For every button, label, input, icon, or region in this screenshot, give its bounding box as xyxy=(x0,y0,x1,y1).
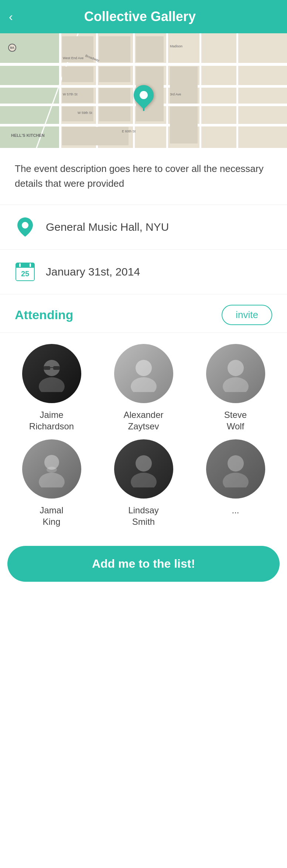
date-row: 25 January 31st, 2014 xyxy=(0,250,287,294)
attending-label: Attending xyxy=(15,308,74,322)
description-text: The event description goes here to cover… xyxy=(15,161,272,191)
svg-rect-3 xyxy=(44,366,50,370)
map-pin xyxy=(134,85,154,111)
attendee-name: JamalKing xyxy=(40,504,63,527)
avatar xyxy=(206,344,265,403)
svg-point-7 xyxy=(131,377,157,392)
attending-header: Attending invite xyxy=(0,294,287,333)
svg-point-16 xyxy=(223,473,249,487)
svg-point-12 xyxy=(47,467,57,473)
date-text: January 31st, 2014 xyxy=(46,266,140,278)
neighborhood-label: HELL'S KITCHEN xyxy=(11,133,45,138)
attendee-name: AlexanderZaytsev xyxy=(123,409,163,432)
svg-point-15 xyxy=(228,455,244,472)
list-item[interactable]: AlexanderZaytsev xyxy=(99,344,188,432)
list-item[interactable]: LindsaySmith xyxy=(99,439,188,527)
add-me-button[interactable]: Add me to the list! xyxy=(7,546,280,582)
street-label: West End Ave xyxy=(63,56,83,60)
attendee-name: SteveWolf xyxy=(224,409,247,432)
location-text: General Music Hall, NYU xyxy=(46,221,169,233)
attendees-grid: JaimeRichardson AlexanderZaytsev SteveWo… xyxy=(0,333,287,539)
avatar xyxy=(206,439,265,499)
svg-point-0 xyxy=(22,222,28,229)
map-section: West End Ave Broadway W 57th St W 59th S… xyxy=(0,33,287,148)
svg-point-6 xyxy=(136,360,152,376)
avatar xyxy=(114,439,173,499)
svg-point-11 xyxy=(39,473,65,487)
list-item[interactable]: ... xyxy=(191,439,280,527)
svg-point-8 xyxy=(228,360,244,376)
svg-point-9 xyxy=(223,377,249,392)
location-row: General Music Hall, NYU xyxy=(0,205,287,250)
invite-button[interactable]: invite xyxy=(222,305,272,325)
street-label: W 57th St xyxy=(63,92,78,96)
attendee-name: JaimeRichardson xyxy=(29,409,74,432)
street-label: E 60th St xyxy=(122,129,136,133)
calendar-day: 25 xyxy=(21,270,29,278)
street-label: Madison xyxy=(170,44,182,48)
back-button[interactable]: ‹ xyxy=(9,11,13,23)
avatar xyxy=(22,344,81,403)
location-icon xyxy=(15,217,35,237)
svg-rect-4 xyxy=(53,366,60,370)
list-item[interactable]: JaimeRichardson xyxy=(7,344,96,432)
street-label: 3rd Ave xyxy=(170,92,181,96)
attendee-name: LindsaySmith xyxy=(128,504,159,527)
svg-point-14 xyxy=(131,473,157,487)
calendar-icon: 25 xyxy=(15,261,35,282)
header: ‹ Collective Gallery xyxy=(0,0,287,33)
svg-point-2 xyxy=(39,377,65,392)
list-item[interactable]: SteveWolf xyxy=(191,344,280,432)
svg-point-13 xyxy=(136,455,152,472)
attendee-name: ... xyxy=(232,504,239,516)
add-button-section: Add me to the list! xyxy=(0,538,287,597)
description-section: The event description goes here to cover… xyxy=(0,148,287,205)
list-item[interactable]: JamalKing xyxy=(7,439,96,527)
avatar xyxy=(22,439,81,499)
street-label: W 59th St xyxy=(78,111,92,115)
avatar xyxy=(114,344,173,403)
page-title: Collective Gallery xyxy=(20,9,260,24)
